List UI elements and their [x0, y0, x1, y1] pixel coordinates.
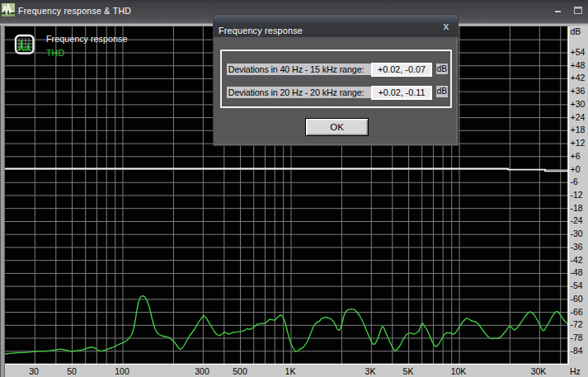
- svg-text:THD: THD: [46, 48, 64, 58]
- svg-text:Frequency response: Frequency response: [46, 34, 127, 44]
